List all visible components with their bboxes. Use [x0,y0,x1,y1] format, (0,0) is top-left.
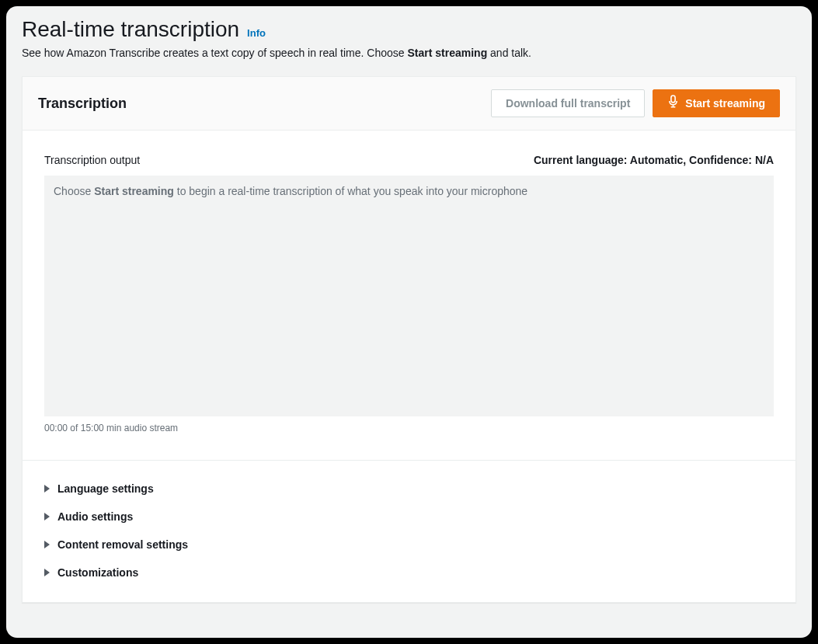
placeholder-post: to begin a real-time transcription of wh… [174,185,527,197]
start-streaming-button[interactable]: Start streaming [653,89,780,117]
download-transcript-button[interactable]: Download full transcript [491,89,645,117]
info-link[interactable]: Info [247,27,266,39]
language-settings-label: Language settings [57,482,154,495]
output-header: Transcription output Current language: A… [44,154,774,166]
output-label: Transcription output [44,154,140,166]
panel-title: Transcription [38,96,127,112]
caret-right-icon [44,569,50,576]
audio-settings-label: Audio settings [57,510,133,523]
panel-header: Transcription Download full transcript S… [23,77,795,131]
content-removal-settings-toggle[interactable]: Content removal settings [44,531,774,559]
page-title: Real-time transcription [22,17,239,42]
audio-settings-toggle[interactable]: Audio settings [44,503,774,531]
settings-section: Language settings Audio settings Content… [23,460,795,602]
transcription-panel: Transcription Download full transcript S… [22,76,796,603]
placeholder-pre: Choose [54,185,94,197]
mic-icon [667,95,679,112]
description-post: and talk. [487,47,531,59]
caret-right-icon [44,485,50,493]
language-settings-toggle[interactable]: Language settings [44,475,774,503]
start-streaming-label: Start streaming [685,96,765,111]
language-status: Current language: Automatic, Confidence:… [534,154,774,166]
content-removal-settings-label: Content removal settings [57,538,188,551]
page-header: Real-time transcription Info [22,17,796,42]
customizations-label: Customizations [57,566,138,579]
panel-body: Transcription output Current language: A… [23,131,795,460]
description-pre: See how Amazon Transcribe creates a text… [22,47,407,59]
customizations-toggle[interactable]: Customizations [44,559,774,587]
description-bold: Start streaming [407,47,487,59]
page-description: See how Amazon Transcribe creates a text… [22,47,796,59]
caret-right-icon [44,513,50,520]
audio-timer: 00:00 of 15:00 min audio stream [44,423,774,433]
caret-right-icon [44,541,50,548]
page-container: Real-time transcription Info See how Ama… [6,6,812,638]
placeholder-bold: Start streaming [94,185,174,197]
panel-buttons: Download full transcript Start streaming [491,89,780,117]
svg-rect-0 [671,96,675,103]
transcription-output-area: Choose Start streaming to begin a real-t… [44,176,774,416]
